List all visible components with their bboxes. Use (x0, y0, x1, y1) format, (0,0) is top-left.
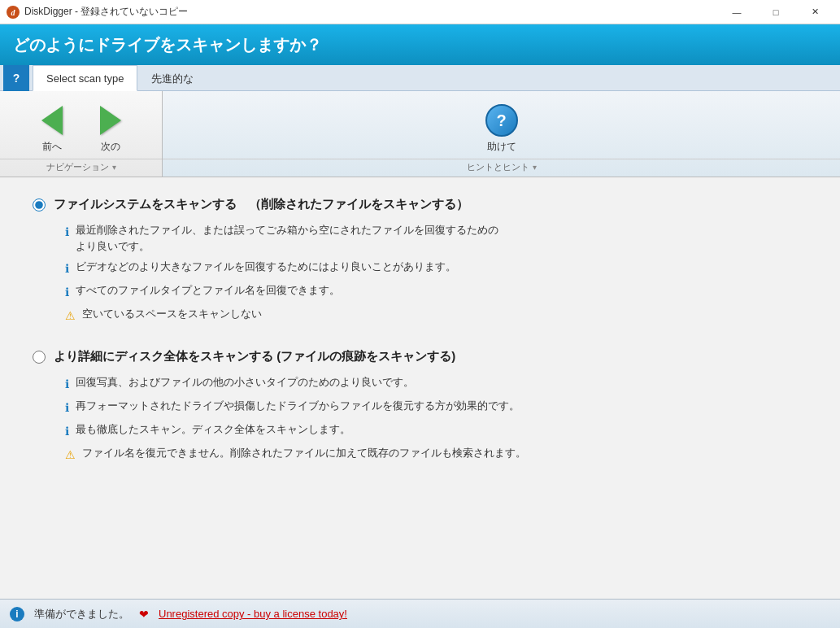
window-title: DiskDigger - 登録されていないコピー (24, 5, 188, 19)
bullet-2-3: ℹ 最も徹底したスキャン。ディスク全体をスキャンします。 (65, 421, 807, 440)
info-icon-2-1: ℹ (65, 376, 69, 393)
warning-icon-1-4: ⚠ (65, 307, 76, 325)
bullet-text-2-3: 最も徹底したスキャン。ディスク全体をスキャンします。 (76, 421, 350, 438)
next-button[interactable]: 次の (81, 98, 140, 160)
status-bar: i 準備ができました。 ❤ Unregistered copy - buy a … (0, 599, 840, 628)
scan-bullets-2: ℹ 回復写真、およびファイルの他の小さいタイプのためのより良いです。 ℹ 再フォ… (33, 374, 807, 464)
warning-icon-2-4: ⚠ (65, 447, 76, 464)
scan-option-full: より詳細にディスク全体をスキャンする (ファイルの痕跡をスキャンする) ℹ 回復… (33, 349, 807, 464)
info-icon-2-2: ℹ (65, 399, 69, 416)
bullet-text-2-1: 回復写真、およびファイルの他の小さいタイプのためのより良いです。 (76, 374, 414, 390)
nav-section-label: ナビゲーション ▾ (0, 159, 162, 173)
bullet-text-2-2: 再フォーマットされたドライブや損傷したドライブからファイルを復元する方が効果的で… (76, 398, 520, 414)
bullet-text-2-4: ファイル名を復元できません。削除されたファイルに加えて既存のファイルも検索されま… (82, 445, 526, 461)
radio-filesystem[interactable] (33, 198, 46, 212)
toolbar-nav-group: 前へ 次の ナビゲーション ▾ (0, 91, 163, 177)
nav-section-text: ナビゲーション (46, 161, 109, 173)
bullet-2-1: ℹ 回復写真、およびファイルの他の小さいタイプのためのより良いです。 (65, 374, 807, 393)
scan-option-header-1: ファイルシステムをスキャンする （削除されたファイルをスキャンする） (33, 197, 807, 212)
status-ready-text: 準備ができました。 (34, 607, 129, 621)
bullet-text-1-2: ビデオなどのより大きなファイルを回復するためにはより良いことがあります。 (76, 259, 456, 275)
toolbar: 前へ 次の ナビゲーション ▾ ? 助けて ヒントとヒント ▾ (0, 91, 840, 177)
close-button[interactable]: ✕ (796, 0, 833, 24)
maximize-button[interactable]: □ (757, 0, 794, 24)
tab-advanced[interactable]: 先進的な (137, 65, 207, 91)
help-label: 助けて (487, 140, 516, 154)
help-button[interactable]: ? 助けて (472, 98, 531, 160)
bullet-2-2: ℹ 再フォーマットされたドライブや損傷したドライブからファイルを復元する方が効果… (65, 398, 807, 416)
status-info-icon: i (10, 607, 24, 621)
scan-option-title-2: より詳細にディスク全体をスキャンする (ファイルの痕跡をスキャンする) (54, 349, 455, 364)
app-icon: d (7, 6, 20, 19)
back-button[interactable]: 前へ (23, 98, 81, 160)
header-title: どのようにドライブをスキャンしますか？ (13, 34, 322, 56)
header-bar: どのようにドライブをスキャンしますか？ (0, 24, 840, 65)
hints-chevron-icon: ▾ (533, 163, 537, 172)
nav-chevron-icon: ▾ (112, 163, 116, 172)
bullet-1-2: ℹ ビデオなどのより大きなファイルを回復するためにはより良いことがあります。 (65, 259, 807, 277)
tab-select-scan[interactable]: Select scan type (33, 65, 137, 91)
scan-option-filesystem: ファイルシステムをスキャンする （削除されたファイルをスキャンする） ℹ 最近削… (33, 197, 807, 325)
scan-bullets-1: ℹ 最近削除されたファイル、または誤ってごみ箱から空にされたファイルを回復するた… (33, 222, 807, 325)
info-icon-2-3: ℹ (65, 423, 69, 440)
arrow-left-shape (41, 106, 63, 135)
radio-full-scan[interactable] (33, 351, 46, 364)
toolbar-nav-inner: 前へ 次の (23, 98, 140, 160)
hints-section-label: ヒントとヒント ▾ (163, 159, 840, 173)
bullet-text-1-1: 最近削除されたファイル、または誤ってごみ箱から空にされたファイルを回復するための… (76, 222, 498, 254)
bullet-text-1-3: すべてのファイルタイプとファイル名を回復できます。 (76, 282, 340, 299)
minimize-button[interactable]: — (718, 0, 755, 24)
back-label: 前へ (42, 140, 62, 154)
unregistered-link[interactable]: Unregistered copy - buy a license today! (159, 608, 347, 620)
title-bar-left: d DiskDigger - 登録されていないコピー (7, 5, 188, 19)
hints-section-text: ヒントとヒント (467, 161, 529, 173)
tab-help-button[interactable]: ? (3, 65, 29, 91)
info-icon-1-2: ℹ (65, 260, 69, 277)
heart-icon: ❤ (139, 608, 149, 621)
info-icon-1-3: ℹ (65, 284, 69, 301)
tabs: ? Select scan type 先進的な (0, 65, 840, 91)
info-icon-1-1: ℹ (65, 224, 69, 241)
title-bar-controls: — □ ✕ (718, 0, 833, 24)
title-bar: d DiskDigger - 登録されていないコピー — □ ✕ (0, 0, 840, 24)
scan-option-header-2: より詳細にディスク全体をスキャンする (ファイルの痕跡をスキャンする) (33, 349, 807, 364)
next-arrow-icon (94, 104, 127, 137)
content: ファイルシステムをスキャンする （削除されたファイルをスキャンする） ℹ 最近削… (0, 177, 840, 604)
bullet-1-1: ℹ 最近削除されたファイル、または誤ってごみ箱から空にされたファイルを回復するた… (65, 222, 807, 254)
arrow-right-shape (100, 106, 121, 135)
toolbar-hints-group: ? 助けて ヒントとヒント ▾ (163, 91, 840, 177)
bullet-2-4: ⚠ ファイル名を復元できません。削除されたファイルに加えて既存のファイルも検索さ… (65, 445, 807, 464)
next-label: 次の (101, 140, 120, 154)
scan-option-title-1: ファイルシステムをスキャンする （削除されたファイルをスキャンする） (54, 197, 468, 212)
bullet-1-4: ⚠ 空いているスペースをスキャンしない (65, 306, 807, 325)
help-circle-icon: ? (485, 104, 518, 137)
bullet-1-3: ℹ すべてのファイルタイプとファイル名を回復できます。 (65, 282, 807, 301)
bullet-text-1-4: 空いているスペースをスキャンしない (82, 306, 262, 322)
back-arrow-icon (36, 104, 68, 137)
